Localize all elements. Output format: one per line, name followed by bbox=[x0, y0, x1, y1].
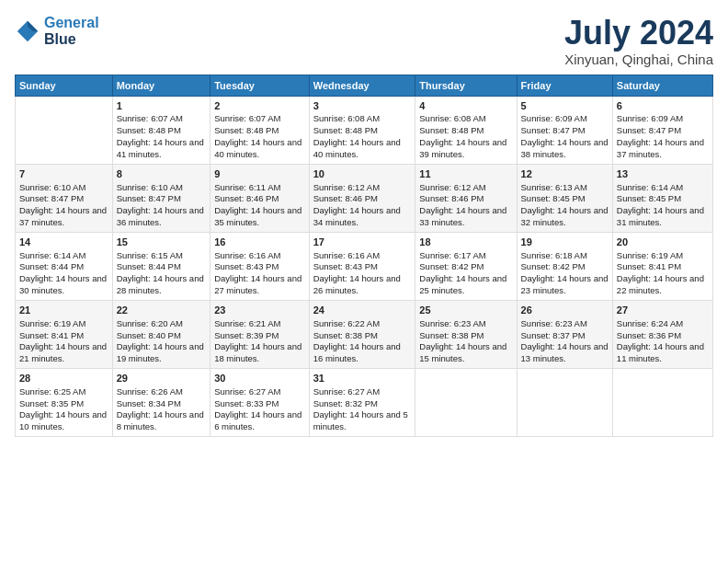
calendar-cell: 3Sunrise: 6:08 AMSunset: 8:48 PMDaylight… bbox=[309, 96, 415, 164]
daylight-text: Daylight: 14 hours and 38 minutes. bbox=[521, 137, 609, 161]
sunset-text: Sunset: 8:38 PM bbox=[419, 330, 512, 342]
day-number: 13 bbox=[617, 167, 709, 181]
daylight-text: Daylight: 14 hours and 18 minutes. bbox=[214, 341, 305, 365]
sunrise-text: Sunrise: 6:23 AM bbox=[419, 318, 512, 330]
sunset-text: Sunset: 8:43 PM bbox=[214, 261, 305, 273]
sunset-text: Sunset: 8:46 PM bbox=[313, 193, 412, 205]
daylight-text: Daylight: 14 hours and 39 minutes. bbox=[419, 137, 512, 161]
daylight-text: Daylight: 14 hours and 21 minutes. bbox=[19, 341, 108, 365]
daylight-text: Daylight: 14 hours and 37 minutes. bbox=[617, 137, 709, 161]
day-number: 5 bbox=[521, 99, 609, 113]
calendar-cell: 12Sunrise: 6:13 AMSunset: 8:45 PMDayligh… bbox=[517, 164, 612, 232]
calendar-cell bbox=[415, 368, 517, 436]
daylight-text: Daylight: 14 hours and 40 minutes. bbox=[313, 137, 412, 161]
sunrise-text: Sunrise: 6:09 AM bbox=[521, 113, 609, 125]
page-header: General Blue July 2024 Xinyuan, Qinghai,… bbox=[15, 15, 713, 67]
sunrise-text: Sunrise: 6:12 AM bbox=[419, 182, 512, 194]
calendar-cell: 19Sunrise: 6:18 AMSunset: 8:42 PMDayligh… bbox=[517, 232, 612, 300]
daylight-text: Daylight: 14 hours and 10 minutes. bbox=[19, 409, 108, 433]
calendar-cell: 23Sunrise: 6:21 AMSunset: 8:39 PMDayligh… bbox=[210, 300, 310, 368]
day-number: 9 bbox=[214, 167, 305, 181]
daylight-text: Daylight: 14 hours and 5 minutes. bbox=[313, 409, 412, 433]
day-number: 2 bbox=[214, 99, 305, 113]
calendar-cell: 22Sunrise: 6:20 AMSunset: 8:40 PMDayligh… bbox=[112, 300, 210, 368]
calendar-table: SundayMondayTuesdayWednesdayThursdayFrid… bbox=[15, 75, 713, 437]
calendar-cell: 14Sunrise: 6:14 AMSunset: 8:44 PMDayligh… bbox=[16, 232, 113, 300]
sunrise-text: Sunrise: 6:27 AM bbox=[214, 386, 305, 398]
day-number: 17 bbox=[313, 236, 412, 249]
daylight-text: Daylight: 14 hours and 16 minutes. bbox=[313, 341, 412, 365]
day-number: 4 bbox=[419, 99, 512, 113]
week-row-1: 1Sunrise: 6:07 AMSunset: 8:48 PMDaylight… bbox=[16, 96, 713, 164]
day-number: 11 bbox=[419, 167, 512, 181]
sunset-text: Sunset: 8:47 PM bbox=[19, 193, 108, 205]
daylight-text: Daylight: 14 hours and 28 minutes. bbox=[117, 273, 207, 297]
daylight-text: Daylight: 14 hours and 11 minutes. bbox=[617, 341, 709, 365]
logo: General Blue bbox=[15, 15, 99, 47]
sunset-text: Sunset: 8:44 PM bbox=[19, 261, 108, 273]
sunset-text: Sunset: 8:47 PM bbox=[117, 193, 207, 205]
calendar-cell: 17Sunrise: 6:16 AMSunset: 8:43 PMDayligh… bbox=[309, 232, 415, 300]
day-number: 7 bbox=[19, 167, 108, 181]
sunset-text: Sunset: 8:48 PM bbox=[313, 125, 412, 137]
week-row-4: 21Sunrise: 6:19 AMSunset: 8:41 PMDayligh… bbox=[16, 300, 713, 368]
daylight-text: Daylight: 14 hours and 35 minutes. bbox=[214, 205, 305, 229]
sunrise-text: Sunrise: 6:19 AM bbox=[19, 318, 108, 330]
calendar-cell: 15Sunrise: 6:15 AMSunset: 8:44 PMDayligh… bbox=[112, 232, 210, 300]
calendar-cell bbox=[517, 368, 612, 436]
daylight-text: Daylight: 14 hours and 22 minutes. bbox=[617, 273, 709, 297]
sunrise-text: Sunrise: 6:19 AM bbox=[617, 250, 709, 262]
calendar-cell: 2Sunrise: 6:07 AMSunset: 8:48 PMDaylight… bbox=[210, 96, 310, 164]
sunset-text: Sunset: 8:47 PM bbox=[617, 125, 709, 137]
day-number: 21 bbox=[19, 304, 108, 317]
sunrise-text: Sunrise: 6:14 AM bbox=[617, 182, 709, 194]
day-number: 26 bbox=[521, 304, 609, 317]
sunrise-text: Sunrise: 6:17 AM bbox=[419, 250, 512, 262]
daylight-text: Daylight: 14 hours and 19 minutes. bbox=[117, 341, 207, 365]
daylight-text: Daylight: 14 hours and 40 minutes. bbox=[214, 137, 305, 161]
sunset-text: Sunset: 8:38 PM bbox=[313, 330, 412, 342]
calendar-cell bbox=[16, 96, 113, 164]
sunset-text: Sunset: 8:37 PM bbox=[521, 330, 609, 342]
sunrise-text: Sunrise: 6:12 AM bbox=[313, 182, 412, 194]
day-number: 29 bbox=[117, 372, 207, 385]
column-header-friday: Friday bbox=[517, 75, 612, 96]
calendar-header-row: SundayMondayTuesdayWednesdayThursdayFrid… bbox=[16, 75, 713, 96]
sunset-text: Sunset: 8:47 PM bbox=[521, 125, 609, 137]
sunset-text: Sunset: 8:42 PM bbox=[521, 261, 609, 273]
sunset-text: Sunset: 8:33 PM bbox=[214, 398, 305, 410]
sunset-text: Sunset: 8:40 PM bbox=[117, 330, 207, 342]
sunset-text: Sunset: 8:41 PM bbox=[19, 330, 108, 342]
sunset-text: Sunset: 8:48 PM bbox=[419, 125, 512, 137]
daylight-text: Daylight: 14 hours and 32 minutes. bbox=[521, 205, 609, 229]
daylight-text: Daylight: 14 hours and 30 minutes. bbox=[19, 273, 108, 297]
day-number: 12 bbox=[521, 167, 609, 181]
calendar-cell: 1Sunrise: 6:07 AMSunset: 8:48 PMDaylight… bbox=[112, 96, 210, 164]
sunset-text: Sunset: 8:42 PM bbox=[419, 261, 512, 273]
calendar-cell: 9Sunrise: 6:11 AMSunset: 8:46 PMDaylight… bbox=[210, 164, 310, 232]
sunrise-text: Sunrise: 6:16 AM bbox=[214, 250, 305, 262]
page-container: General Blue July 2024 Xinyuan, Qinghai,… bbox=[0, 0, 728, 444]
sunrise-text: Sunrise: 6:11 AM bbox=[214, 182, 305, 194]
day-number: 6 bbox=[617, 99, 709, 113]
calendar-cell: 6Sunrise: 6:09 AMSunset: 8:47 PMDaylight… bbox=[612, 96, 712, 164]
logo-icon bbox=[15, 18, 40, 44]
sunrise-text: Sunrise: 6:10 AM bbox=[19, 182, 108, 194]
sunrise-text: Sunrise: 6:22 AM bbox=[313, 318, 412, 330]
week-row-3: 14Sunrise: 6:14 AMSunset: 8:44 PMDayligh… bbox=[16, 232, 713, 300]
day-number: 19 bbox=[521, 236, 609, 249]
title-block: July 2024 Xinyuan, Qinghai, China bbox=[564, 15, 713, 67]
column-header-tuesday: Tuesday bbox=[210, 75, 310, 96]
day-number: 10 bbox=[313, 167, 412, 181]
calendar-cell: 16Sunrise: 6:16 AMSunset: 8:43 PMDayligh… bbox=[210, 232, 310, 300]
daylight-text: Daylight: 14 hours and 31 minutes. bbox=[617, 205, 709, 229]
daylight-text: Daylight: 14 hours and 37 minutes. bbox=[19, 205, 108, 229]
sunrise-text: Sunrise: 6:18 AM bbox=[521, 250, 609, 262]
day-number: 27 bbox=[617, 304, 709, 317]
calendar-cell: 31Sunrise: 6:27 AMSunset: 8:32 PMDayligh… bbox=[309, 368, 415, 436]
sunset-text: Sunset: 8:34 PM bbox=[117, 398, 207, 410]
sunset-text: Sunset: 8:45 PM bbox=[521, 193, 609, 205]
day-number: 3 bbox=[313, 99, 412, 113]
calendar-cell: 30Sunrise: 6:27 AMSunset: 8:33 PMDayligh… bbox=[210, 368, 310, 436]
day-number: 25 bbox=[419, 304, 512, 317]
